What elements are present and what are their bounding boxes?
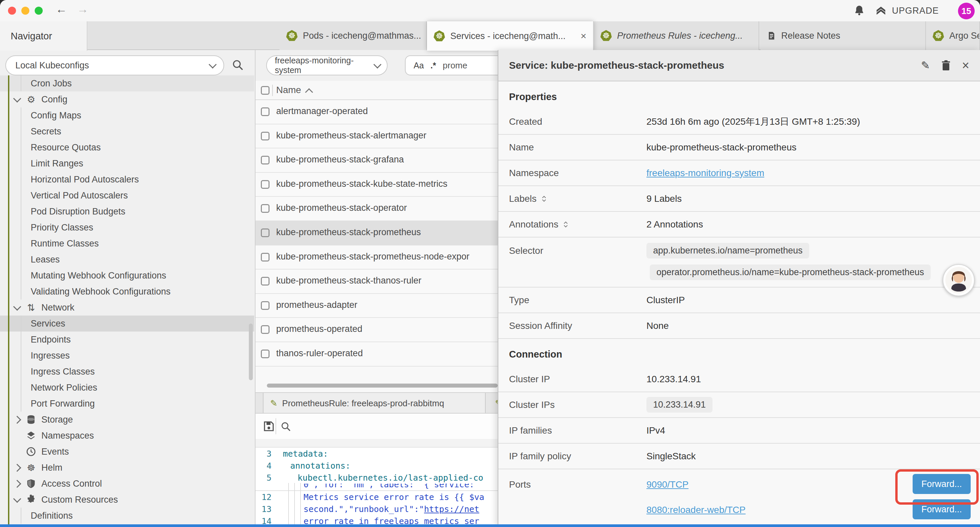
chevron-down-icon[interactable] [13, 303, 21, 310]
minimize-window-icon[interactable] [21, 7, 29, 15]
chevron-down-icon[interactable] [13, 94, 21, 102]
table-row[interactable]: kube-prometheus-stack-prometheus-node-ex… [256, 245, 498, 270]
sidebar-item-storage[interactable]: Storage [0, 412, 254, 428]
table-row[interactable]: kube-prometheus-stack-kube-state-metrics [256, 173, 498, 197]
sidebar-item-config[interactable]: ⚙Config [0, 91, 254, 107]
sidebar-item-limit-ranges[interactable]: Limit Ranges [0, 155, 254, 172]
sidebar-item-horizontal-pod-autoscalers[interactable]: Horizontal Pod Autoscalers [0, 172, 254, 188]
close-icon[interactable]: × [962, 60, 969, 71]
notifications-bell-icon[interactable] [854, 5, 865, 16]
save-icon[interactable] [264, 421, 274, 431]
sidebar-item-definitions[interactable]: Definitions [0, 508, 254, 524]
sidebar-item-services[interactable]: Services [0, 315, 254, 331]
table-row[interactable]: kube-prometheus-stack-grafana [256, 148, 498, 173]
sidebar-item-resource-quotas[interactable]: Resource Quotas [0, 139, 254, 155]
chevron-right-icon[interactable] [13, 416, 21, 424]
row-checkbox[interactable] [261, 204, 269, 213]
regex-toggle[interactable]: .* [431, 61, 436, 70]
forward-button[interactable]: Forward... [913, 499, 970, 519]
value-link[interactable]: freeleaps-monitoring-system [646, 168, 764, 178]
close-tab-icon[interactable]: × [576, 30, 586, 42]
select-all-checkbox[interactable] [261, 86, 269, 95]
value-badge: operator.prometheus.io/name=kube-prometh… [650, 264, 931, 280]
table-row[interactable]: kube-prometheus-stack-alertmanager [256, 124, 498, 149]
sidebar-item-vertical-pod-autoscalers[interactable]: Vertical Pod Autoscalers [0, 188, 254, 204]
sidebar-item-network[interactable]: ⇅Network [0, 299, 254, 315]
sidebar-item-events[interactable]: Events [0, 444, 254, 460]
name-column-header[interactable]: Name [276, 85, 301, 96]
app-tab-1[interactable]: ☸Services - icecheng@math...× [427, 21, 594, 51]
table-row[interactable]: thanos-ruler-operated [256, 342, 498, 366]
sidebar-item-validating-webhook-configurations[interactable]: Validating Webhook Configurations [0, 283, 254, 299]
sort-ascending-icon[interactable] [305, 88, 313, 96]
list-search-input[interactable]: Aa .* prome [405, 56, 505, 75]
sidebar-item-leases[interactable]: Leases [0, 252, 254, 267]
table-row[interactable]: kube-prometheus-stack-operator [256, 197, 498, 221]
close-window-icon[interactable] [8, 7, 16, 15]
row-checkbox[interactable] [261, 325, 269, 334]
delete-trash-icon[interactable] [941, 60, 951, 71]
chevron-down-icon[interactable] [13, 495, 21, 503]
sidebar-item-ingress-classes[interactable]: Ingress Classes [0, 363, 254, 380]
sidebar-item-ingresses[interactable]: Ingresses [0, 347, 254, 363]
kubeconfig-select[interactable]: Local Kubeconfigs [5, 56, 224, 75]
sidebar-item-helm[interactable]: ☸Helm [0, 460, 254, 476]
row-checkbox[interactable] [261, 156, 269, 164]
editor-search-icon[interactable] [281, 422, 291, 431]
sidebar-item-namespaces[interactable]: Namespaces [0, 428, 254, 444]
app-tab-3[interactable]: Release Notes [760, 21, 926, 50]
app-tab-4[interactable]: ☸Argo Se [926, 21, 980, 50]
row-checkbox[interactable] [261, 228, 269, 237]
sidebar-scrollbar[interactable] [249, 323, 253, 380]
app-tab-0[interactable]: ☸Pods - icecheng@mathmas... [280, 21, 427, 50]
sidebar-item-runtime-classes[interactable]: Runtime Classes [0, 236, 254, 252]
notification-count-badge[interactable]: 15 [958, 3, 975, 19]
app-tab-2[interactable]: ☸Prometheus Rules - icecheng... [594, 21, 759, 50]
editor-tab-next[interactable]: ✎ [486, 393, 498, 414]
sidebar-item-access-control[interactable]: Access Control [0, 476, 254, 492]
row-checkbox[interactable] [261, 253, 269, 261]
port-link[interactable]: 9090/TCP [646, 479, 689, 490]
assistant-avatar[interactable] [943, 264, 975, 296]
upgrade-button[interactable]: UPGRADE [875, 5, 939, 16]
sidebar-item-port-forwarding[interactable]: Port Forwarding [0, 396, 254, 412]
table-row[interactable]: kube-prometheus-stack-thanos-ruler [256, 269, 498, 294]
chevron-right-icon[interactable] [13, 480, 21, 488]
sidebar-item-pod-disruption-budgets[interactable]: Pod Disruption Budgets [0, 204, 254, 220]
forward-icon[interactable]: → [75, 3, 91, 16]
sidebar-item-secrets[interactable]: Secrets [0, 123, 254, 139]
table-row[interactable]: kube-prometheus-stack-prometheus [256, 221, 498, 245]
code-link[interactable]: https://net [424, 504, 479, 514]
maximize-window-icon[interactable] [35, 7, 43, 15]
sidebar-item-custom-resources[interactable]: Custom Resources [0, 492, 254, 508]
navigator-panel-tab[interactable]: Navigator [0, 21, 88, 51]
sidebar-item-priority-classes[interactable]: Priority Classes [0, 220, 254, 236]
expand-collapse-icon[interactable] [562, 220, 569, 229]
table-row[interactable]: prometheus-operated [256, 318, 498, 342]
back-icon[interactable]: ← [53, 3, 69, 16]
row-checkbox[interactable] [261, 107, 269, 116]
chevron-right-icon[interactable] [13, 463, 21, 471]
sidebar-search-icon[interactable] [232, 59, 243, 71]
table-row[interactable]: prometheus-adapter [256, 294, 498, 318]
sidebar-item-cron-jobs[interactable]: Cron Jobs [0, 75, 254, 91]
sidebar-item-network-policies[interactable]: Network Policies [0, 380, 254, 396]
match-case-toggle[interactable]: Aa [414, 61, 424, 70]
table-row[interactable]: alertmanager-operated [256, 100, 498, 124]
edit-icon[interactable]: ✎ [921, 60, 930, 71]
horizontal-scrollbar[interactable] [267, 384, 498, 388]
row-checkbox[interactable] [261, 277, 269, 285]
row-checkbox[interactable] [261, 132, 269, 140]
yaml-editor[interactable]: 3metadata:4annotations:5kubectl.kubernet… [256, 439, 498, 527]
editor-tab-prometheusrule[interactable]: ✎ PrometheusRule: freeleaps-prod-rabbitm… [263, 393, 486, 414]
sidebar-item-endpoints[interactable]: Endpoints [0, 331, 254, 347]
row-checkbox[interactable] [261, 301, 269, 310]
row-checkbox[interactable] [261, 180, 269, 189]
expand-collapse-icon[interactable] [541, 194, 547, 204]
sidebar-item-mutating-webhook-configurations[interactable]: Mutating Webhook Configurations [0, 267, 254, 283]
port-link[interactable]: 8080:reloader-web/TCP [646, 505, 746, 515]
sidebar-item-config-maps[interactable]: Config Maps [0, 107, 254, 123]
row-checkbox[interactable] [261, 350, 269, 358]
namespace-select[interactable]: freeleaps-monitoring-system [266, 56, 388, 75]
forward-button[interactable]: Forward... [913, 474, 970, 494]
